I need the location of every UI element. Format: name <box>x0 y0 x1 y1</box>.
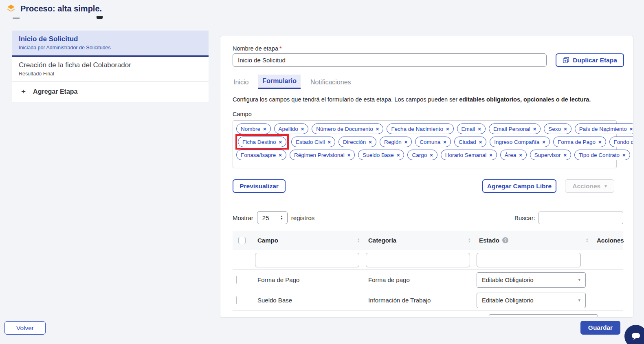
clipped-heading-fragment <box>97 16 103 19</box>
field-tag[interactable]: Apellido× <box>274 123 309 134</box>
help-icon[interactable]: ? <box>502 237 508 243</box>
remove-tag-icon[interactable]: × <box>563 152 567 158</box>
remove-tag-icon[interactable]: × <box>347 152 351 158</box>
field-tag-highlighted[interactable]: Ficha Destino× <box>238 137 286 147</box>
field-tag[interactable]: Tipo de Contrato× <box>574 150 630 160</box>
stage-title: Inicio de Solicitud <box>19 35 202 43</box>
chat-fab-button[interactable] <box>624 325 644 344</box>
field-tag[interactable]: Comuna× <box>415 137 451 147</box>
remove-tag-icon[interactable]: × <box>279 139 282 145</box>
sidebar-item-inicio-de-solicitud[interactable]: Inicio de Solicitud Iniciada por Adminis… <box>12 31 209 57</box>
stage-sidebar: Inicio de Solicitud Iniciada por Adminis… <box>12 31 209 102</box>
remove-tag-icon[interactable]: × <box>430 152 433 158</box>
field-tag[interactable]: Régimen Previsional× <box>290 150 355 160</box>
remove-tag-icon[interactable]: × <box>263 126 266 132</box>
stage-name-input[interactable] <box>233 53 547 67</box>
tag-row: Ficha Destino× Estado Civil× Dirección× … <box>235 135 604 148</box>
preview-button[interactable]: Previsualizar <box>233 179 286 193</box>
field-tag[interactable]: Supervisor× <box>530 150 571 160</box>
sort-icon[interactable]: ▲ ▼ <box>468 238 471 243</box>
field-tag[interactable]: Forma de Pago× <box>553 137 606 147</box>
field-tag[interactable]: Ciudad× <box>454 137 486 147</box>
sort-desc-icon: ▼ <box>468 240 471 243</box>
tag-label: Forma de Pago <box>558 139 596 145</box>
field-tag[interactable]: Email Personal× <box>489 123 541 134</box>
select-all-checkbox[interactable] <box>238 237 246 244</box>
sort-icon[interactable]: ▲ ▼ <box>586 238 589 243</box>
sidebar-item-creacion-ficha[interactable]: Creación de la ficha del Colaborador Res… <box>12 57 209 82</box>
field-tag[interactable]: Nombre× <box>236 123 271 134</box>
remove-tag-icon[interactable]: × <box>542 139 545 145</box>
field-tag[interactable]: Fondo de Cotización× <box>609 137 633 147</box>
filter-campo-cell <box>255 253 366 267</box>
field-tag[interactable]: Fecha de Nacimiento× <box>387 123 453 134</box>
field-tag[interactable]: Ingreso Compañía× <box>490 137 550 147</box>
field-tag[interactable]: Dirección× <box>338 137 376 147</box>
remove-tag-icon[interactable]: × <box>397 152 400 158</box>
filter-categoria-input[interactable] <box>366 253 470 267</box>
row-checkbox[interactable] <box>236 296 237 304</box>
remove-tag-icon[interactable]: × <box>443 139 446 145</box>
estado-select[interactable]: Editable Obligatorio ▾ <box>477 293 586 308</box>
sort-icon[interactable]: ▲ ▼ <box>357 238 360 243</box>
add-free-field-button[interactable]: Agregar Campo Libre <box>482 179 556 193</box>
clear-all-tags-icon[interactable]: × <box>604 126 608 135</box>
tab-formulario[interactable]: Formulario <box>258 75 301 89</box>
remove-tag-icon[interactable]: × <box>479 139 482 145</box>
tag-label: Fecha de Nacimiento <box>391 126 443 132</box>
remove-tag-icon[interactable]: × <box>404 139 408 145</box>
filter-campo-input[interactable] <box>255 253 359 267</box>
tag-row: Nombre× Apellido× Número de Documento× F… <box>235 122 604 135</box>
search-input[interactable] <box>538 212 623 224</box>
chat-bubble-icon <box>631 331 641 341</box>
cell-estado: Editable Obligatorio ▾ <box>477 293 594 308</box>
tab-inicio[interactable]: Inicio <box>233 76 249 89</box>
remove-tag-icon[interactable]: × <box>446 126 449 132</box>
header-categoria: Categoría ▲ ▼ <box>366 231 477 250</box>
save-button[interactable]: Guardar <box>580 321 620 335</box>
row-checkbox[interactable] <box>236 276 237 284</box>
field-tag[interactable]: Número de Documento× <box>312 123 383 134</box>
field-tag[interactable]: Fonasa/Isapre× <box>236 150 286 160</box>
field-tag[interactable]: Cargo× <box>407 150 437 160</box>
remove-tag-icon[interactable]: × <box>598 139 602 145</box>
field-tag[interactable]: Región× <box>380 137 412 147</box>
tab-notificaciones[interactable]: Notificaciones <box>310 76 352 89</box>
field-tag[interactable]: Sueldo Base× <box>358 150 404 160</box>
field-tag[interactable]: Horario Semanal× <box>441 150 497 160</box>
page-size-value: 25 <box>262 214 269 221</box>
annotation-highlight-box: Ficha Destino× <box>235 134 289 150</box>
duplicate-stage-button[interactable]: Duplicar Etapa <box>556 53 624 67</box>
table-filter-row <box>233 250 623 270</box>
field-tag[interactable]: Estado Civil× <box>291 137 335 147</box>
remove-tag-icon[interactable]: × <box>630 126 633 132</box>
remove-tag-icon[interactable]: × <box>301 126 304 132</box>
tag-label: Comuna <box>420 139 440 145</box>
estado-select[interactable]: Editable Obligatorio ▾ <box>477 272 586 288</box>
remove-tag-icon[interactable]: × <box>622 152 626 158</box>
show-label: Mostrar <box>233 214 253 221</box>
filter-estado-input[interactable] <box>477 253 581 267</box>
page-size-select[interactable]: 25 ▲ ▼ <box>257 211 288 224</box>
stage-editor-card: Nombre de etapa* Duplicar Etapa Inicio F… <box>220 36 633 318</box>
remove-tag-icon[interactable]: × <box>564 126 567 132</box>
remove-tag-icon[interactable]: × <box>376 126 379 132</box>
add-stage-button[interactable]: + Agregar Etapa <box>12 82 209 102</box>
field-tag[interactable]: Sexo× <box>544 123 571 134</box>
remove-tag-icon[interactable]: × <box>279 152 282 158</box>
remove-tag-icon[interactable]: × <box>489 152 492 158</box>
chevron-down-icon: ▾ <box>578 298 580 303</box>
remove-tag-icon[interactable]: × <box>327 139 331 145</box>
remove-tag-icon[interactable]: × <box>519 152 522 158</box>
back-button[interactable]: Volver <box>4 321 46 335</box>
actions-button[interactable]: Acciones ▾ <box>565 179 614 193</box>
field-tag[interactable]: Email× <box>457 123 486 134</box>
field-tag[interactable]: Área× <box>500 150 527 160</box>
field-tags-box[interactable]: Nombre× Apellido× Número de Documento× F… <box>233 120 617 168</box>
filter-estado-cell <box>477 253 594 267</box>
remove-tag-icon[interactable]: × <box>369 139 372 145</box>
stepper-down: ▼ <box>280 218 283 220</box>
remove-tag-icon[interactable]: × <box>533 126 536 132</box>
table-header-row: Campo ▲ ▼ Categoría ▲ ▼ Estado ? <box>233 231 623 250</box>
remove-tag-icon[interactable]: × <box>478 126 481 132</box>
